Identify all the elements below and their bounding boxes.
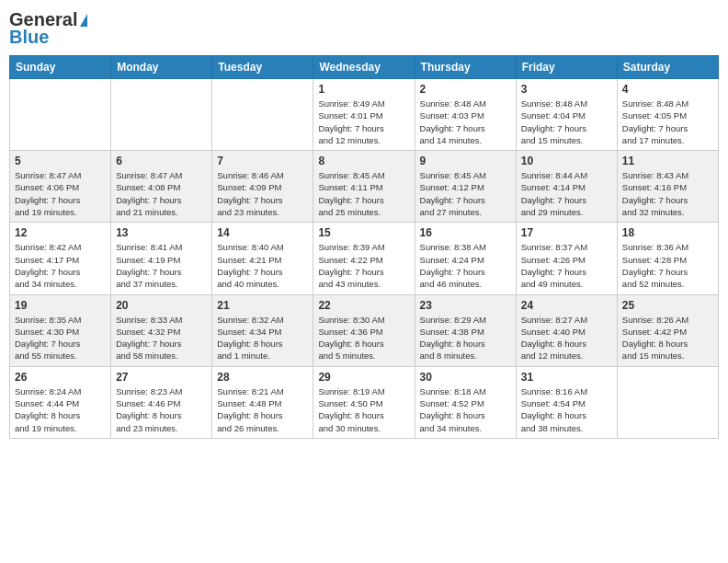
day-number: 1 [318, 83, 409, 96]
day-info: Sunrise: 8:40 AM Sunset: 4:21 PM Dayligh… [217, 241, 308, 290]
day-cell: 20Sunrise: 8:33 AM Sunset: 4:32 PM Dayli… [111, 294, 212, 366]
day-number: 8 [318, 155, 409, 167]
day-number: 12 [15, 226, 106, 239]
day-cell: 13Sunrise: 8:41 AM Sunset: 4:19 PM Dayli… [111, 223, 212, 294]
day-number: 3 [521, 83, 612, 96]
day-cell: 28Sunrise: 8:21 AM Sunset: 4:48 PM Dayli… [212, 366, 313, 438]
day-info: Sunrise: 8:48 AM Sunset: 4:05 PM Dayligh… [622, 98, 713, 146]
day-cell: 11Sunrise: 8:43 AM Sunset: 4:16 PM Dayli… [617, 151, 718, 223]
day-number: 6 [116, 155, 207, 167]
day-cell: 27Sunrise: 8:23 AM Sunset: 4:46 PM Dayli… [111, 366, 212, 438]
day-number: 18 [622, 226, 713, 239]
day-info: Sunrise: 8:24 AM Sunset: 4:44 PM Dayligh… [15, 385, 106, 434]
day-info: Sunrise: 8:21 AM Sunset: 4:48 PM Dayligh… [217, 385, 308, 434]
day-info: Sunrise: 8:49 AM Sunset: 4:01 PM Dayligh… [318, 98, 409, 146]
day-info: Sunrise: 8:29 AM Sunset: 4:38 PM Dayligh… [420, 314, 511, 362]
week-row-2: 5Sunrise: 8:47 AM Sunset: 4:06 PM Daylig… [10, 151, 719, 223]
day-number: 24 [521, 299, 612, 312]
logo: General Blue [9, 9, 87, 48]
day-cell: 7Sunrise: 8:46 AM Sunset: 4:09 PM Daylig… [212, 151, 313, 223]
header-saturday: Saturday [617, 56, 718, 79]
day-info: Sunrise: 8:47 AM Sunset: 4:08 PM Dayligh… [116, 169, 207, 218]
logo-blue-text: Blue [9, 27, 49, 48]
day-number: 15 [318, 226, 409, 239]
day-info: Sunrise: 8:46 AM Sunset: 4:09 PM Dayligh… [217, 169, 308, 218]
header-sunday: Sunday [10, 56, 111, 79]
header-tuesday: Tuesday [212, 56, 313, 79]
day-cell: 23Sunrise: 8:29 AM Sunset: 4:38 PM Dayli… [415, 294, 516, 366]
day-info: Sunrise: 8:38 AM Sunset: 4:24 PM Dayligh… [420, 241, 511, 290]
day-info: Sunrise: 8:23 AM Sunset: 4:46 PM Dayligh… [116, 385, 207, 434]
day-number: 10 [521, 155, 612, 167]
day-info: Sunrise: 8:39 AM Sunset: 4:22 PM Dayligh… [318, 241, 409, 290]
day-number: 28 [217, 371, 308, 384]
day-cell: 31Sunrise: 8:16 AM Sunset: 4:54 PM Dayli… [516, 366, 617, 438]
day-info: Sunrise: 8:35 AM Sunset: 4:30 PM Dayligh… [15, 314, 106, 362]
day-number: 19 [15, 299, 106, 312]
header: General Blue [9, 9, 719, 48]
day-number: 27 [116, 371, 207, 384]
day-number: 23 [420, 299, 511, 312]
day-cell: 16Sunrise: 8:38 AM Sunset: 4:24 PM Dayli… [415, 223, 516, 294]
day-cell: 24Sunrise: 8:27 AM Sunset: 4:40 PM Dayli… [516, 294, 617, 366]
day-number: 26 [15, 371, 106, 384]
day-info: Sunrise: 8:30 AM Sunset: 4:36 PM Dayligh… [318, 314, 409, 362]
header-thursday: Thursday [415, 56, 516, 79]
day-number: 13 [116, 226, 207, 239]
day-number: 4 [622, 83, 713, 96]
day-info: Sunrise: 8:33 AM Sunset: 4:32 PM Dayligh… [116, 314, 207, 362]
day-number: 31 [521, 371, 612, 384]
day-number: 21 [217, 299, 308, 312]
day-cell: 22Sunrise: 8:30 AM Sunset: 4:36 PM Dayli… [313, 294, 415, 366]
day-info: Sunrise: 8:42 AM Sunset: 4:17 PM Dayligh… [15, 241, 106, 290]
day-number: 7 [217, 155, 308, 167]
day-cell: 6Sunrise: 8:47 AM Sunset: 4:08 PM Daylig… [111, 151, 212, 223]
day-info: Sunrise: 8:44 AM Sunset: 4:14 PM Dayligh… [521, 169, 612, 218]
day-cell: 5Sunrise: 8:47 AM Sunset: 4:06 PM Daylig… [10, 151, 111, 223]
day-cell [111, 79, 212, 151]
day-number: 14 [217, 226, 308, 239]
day-cell: 26Sunrise: 8:24 AM Sunset: 4:44 PM Dayli… [10, 366, 111, 438]
day-cell: 4Sunrise: 8:48 AM Sunset: 4:05 PM Daylig… [617, 79, 718, 151]
day-number: 17 [521, 226, 612, 239]
page: General Blue Sunday Monday Tuesday Wedne… [0, 0, 728, 563]
day-number: 5 [15, 155, 106, 167]
calendar-table: Sunday Monday Tuesday Wednesday Thursday… [9, 55, 719, 439]
day-cell: 19Sunrise: 8:35 AM Sunset: 4:30 PM Dayli… [10, 294, 111, 366]
day-cell: 10Sunrise: 8:44 AM Sunset: 4:14 PM Dayli… [516, 151, 617, 223]
day-cell: 15Sunrise: 8:39 AM Sunset: 4:22 PM Dayli… [313, 223, 415, 294]
day-info: Sunrise: 8:32 AM Sunset: 4:34 PM Dayligh… [217, 314, 308, 362]
day-number: 2 [420, 83, 511, 96]
day-cell: 30Sunrise: 8:18 AM Sunset: 4:52 PM Dayli… [415, 366, 516, 438]
day-cell: 9Sunrise: 8:45 AM Sunset: 4:12 PM Daylig… [415, 151, 516, 223]
day-number: 30 [420, 371, 511, 384]
day-cell: 2Sunrise: 8:48 AM Sunset: 4:03 PM Daylig… [415, 79, 516, 151]
day-info: Sunrise: 8:48 AM Sunset: 4:03 PM Dayligh… [420, 98, 511, 146]
day-cell: 8Sunrise: 8:45 AM Sunset: 4:11 PM Daylig… [313, 151, 415, 223]
header-monday: Monday [111, 56, 212, 79]
day-number: 25 [622, 299, 713, 312]
day-info: Sunrise: 8:48 AM Sunset: 4:04 PM Dayligh… [521, 98, 612, 146]
day-number: 20 [116, 299, 207, 312]
day-info: Sunrise: 8:27 AM Sunset: 4:40 PM Dayligh… [521, 314, 612, 362]
week-row-3: 12Sunrise: 8:42 AM Sunset: 4:17 PM Dayli… [10, 223, 719, 294]
day-cell [212, 79, 313, 151]
day-number: 11 [622, 155, 713, 167]
day-info: Sunrise: 8:16 AM Sunset: 4:54 PM Dayligh… [521, 385, 612, 434]
header-friday: Friday [516, 56, 617, 79]
day-info: Sunrise: 8:19 AM Sunset: 4:50 PM Dayligh… [318, 385, 409, 434]
day-number: 9 [420, 155, 511, 167]
day-cell: 14Sunrise: 8:40 AM Sunset: 4:21 PM Dayli… [212, 223, 313, 294]
day-number: 22 [318, 299, 409, 312]
day-cell [617, 366, 718, 438]
day-cell: 18Sunrise: 8:36 AM Sunset: 4:28 PM Dayli… [617, 223, 718, 294]
day-info: Sunrise: 8:43 AM Sunset: 4:16 PM Dayligh… [622, 169, 713, 218]
day-cell: 29Sunrise: 8:19 AM Sunset: 4:50 PM Dayli… [313, 366, 415, 438]
day-info: Sunrise: 8:26 AM Sunset: 4:42 PM Dayligh… [622, 314, 713, 362]
day-info: Sunrise: 8:45 AM Sunset: 4:11 PM Dayligh… [318, 169, 409, 218]
day-cell: 1Sunrise: 8:49 AM Sunset: 4:01 PM Daylig… [313, 79, 415, 151]
day-info: Sunrise: 8:41 AM Sunset: 4:19 PM Dayligh… [116, 241, 207, 290]
week-row-1: 1Sunrise: 8:49 AM Sunset: 4:01 PM Daylig… [10, 79, 719, 151]
week-row-4: 19Sunrise: 8:35 AM Sunset: 4:30 PM Dayli… [10, 294, 719, 366]
day-cell: 3Sunrise: 8:48 AM Sunset: 4:04 PM Daylig… [516, 79, 617, 151]
